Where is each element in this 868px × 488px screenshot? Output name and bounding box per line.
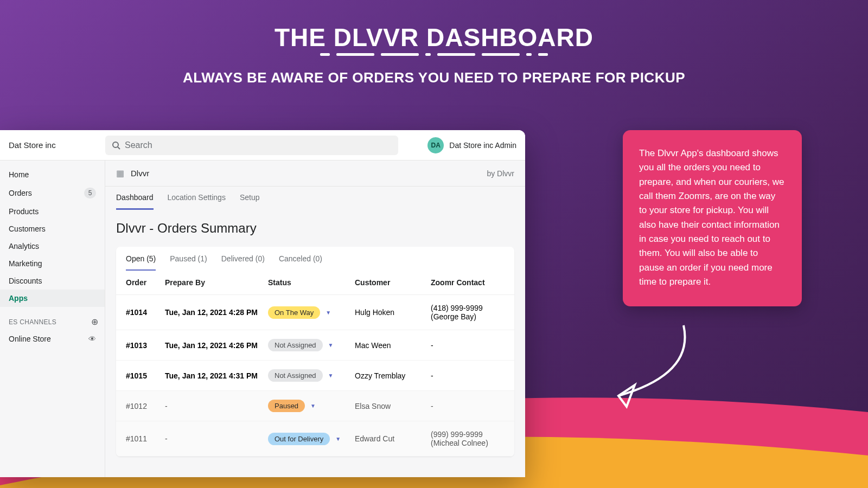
sidebar: HomeOrders5ProductsCustomersAnalyticsMar… <box>0 160 105 477</box>
cell-order: #1015 <box>126 371 165 380</box>
cell-prepare: Tue, Jan 12, 2021 4:31 PM <box>165 371 268 380</box>
cell-customer: Hulg Hoken <box>355 308 431 317</box>
sidebar-item-discounts[interactable]: Discounts <box>0 272 105 290</box>
status-tab-paused[interactable]: Paused (1) <box>170 254 207 271</box>
callout-text: The Dlvvr App's dashboard shows you all … <box>639 148 784 287</box>
table-row[interactable]: #1015Tue, Jan 12, 2021 4:31 PMNot Assign… <box>116 361 514 391</box>
decorative-dashes <box>320 53 548 56</box>
table-row[interactable]: #1012-Paused▼Elsa Snow- <box>116 391 514 421</box>
app-name: Dlvvr <box>131 169 149 178</box>
sidebar-item-orders[interactable]: Orders5 <box>0 183 105 203</box>
status-tabs: Open (5)Paused (1)Delivered (0)Canceled … <box>116 247 514 271</box>
topbar: Dat Store inc Search DA Dat Store inc Ad… <box>0 130 525 160</box>
sidebar-item-products[interactable]: Products <box>0 203 105 220</box>
store-name: Dat Store inc <box>9 140 105 150</box>
orders-card: Open (5)Paused (1)Delivered (0)Canceled … <box>116 247 514 457</box>
table-header: Order Prepare By Status Customer Zoomr C… <box>116 271 514 295</box>
content-area: ▦ Dlvvr by Dlvvr DashboardLocation Setti… <box>105 160 525 477</box>
sidebar-section-channels: ES CHANNELS ⊕ <box>0 307 105 330</box>
orders-table: Order Prepare By Status Customer Zoomr C… <box>116 271 514 457</box>
cell-prepare: - <box>165 402 268 410</box>
cell-status: Out for Delivery▼ <box>268 433 355 445</box>
search-input[interactable]: Search <box>105 136 398 155</box>
nav-label: Customers <box>9 224 46 233</box>
cell-prepare: Tue, Jan 12, 2021 4:26 PM <box>165 341 268 350</box>
tab-location-settings[interactable]: Location Settings <box>168 193 226 210</box>
nav-label: Products <box>9 207 39 216</box>
user-menu[interactable]: DA Dat Store inc Admin <box>427 137 516 153</box>
chevron-down-icon[interactable]: ▼ <box>328 342 334 348</box>
chevron-down-icon[interactable]: ▼ <box>328 373 334 378</box>
status-badge: Out for Delivery <box>268 433 330 445</box>
cell-order: #1013 <box>126 341 165 350</box>
cell-customer: Edward Cut <box>355 434 431 443</box>
eye-icon[interactable]: 👁 <box>88 335 96 343</box>
tab-dashboard[interactable]: Dashboard <box>116 193 154 210</box>
nav-label: Discounts <box>9 277 42 285</box>
app-icon: ▦ <box>116 168 124 178</box>
col-customer: Customer <box>355 278 431 287</box>
hero-subtitle: ALWAYS BE AWARE OF ORDERS YOU NEED TO PR… <box>0 69 868 86</box>
page-title: Dlvvr - Orders Summary <box>105 210 525 242</box>
app-tabs: DashboardLocation SettingsSetup <box>105 187 525 210</box>
cell-status: Not Assigned▼ <box>268 369 355 382</box>
cell-order: #1014 <box>126 308 165 317</box>
chevron-down-icon[interactable]: ▼ <box>326 310 331 316</box>
cell-prepare: Tue, Jan 12, 2021 4:28 PM <box>165 308 268 317</box>
cell-order: #1011 <box>126 434 165 443</box>
cell-zoomr: - <box>431 341 505 350</box>
cell-status: Not Assigned▼ <box>268 339 355 351</box>
cell-zoomr: (999) 999-9999 (Micheal Colnee) <box>431 430 505 447</box>
table-row[interactable]: #1011-Out for Delivery▼Edward Cut(999) 9… <box>116 421 514 457</box>
app-byline: by Dlvvr <box>487 169 514 178</box>
cell-zoomr: - <box>431 402 505 410</box>
cell-customer: Ozzy Tremblay <box>355 371 431 380</box>
cell-status: Paused▼ <box>268 400 355 412</box>
status-badge: Not Assigned <box>268 369 323 382</box>
sidebar-item-home[interactable]: Home <box>0 166 105 183</box>
app-header: ▦ Dlvvr by Dlvvr <box>105 160 525 187</box>
cell-zoomr: (418) 999-9999 (George Bay) <box>431 304 505 321</box>
sidebar-item-marketing[interactable]: Marketing <box>0 255 105 272</box>
status-badge: On The Way <box>268 306 320 319</box>
col-zoomr: Zoomr Contact <box>431 278 505 287</box>
arrow-annotation <box>597 320 705 418</box>
col-order: Order <box>126 278 165 287</box>
cell-status: On The Way▼ <box>268 306 355 319</box>
status-badge: Not Assigned <box>268 339 323 351</box>
status-tab-delivered[interactable]: Delivered (0) <box>221 254 265 271</box>
online-store-label: Online Store <box>9 335 51 343</box>
status-badge: Paused <box>268 400 305 412</box>
hero-title: THE DLVVR DASHBOARD <box>0 23 868 52</box>
user-name: Dat Store inc Admin <box>449 141 516 150</box>
nav-badge: 5 <box>84 188 96 198</box>
chevron-down-icon[interactable]: ▼ <box>335 436 341 442</box>
cell-customer: Elsa Snow <box>355 402 431 410</box>
nav-label: Apps <box>9 294 28 303</box>
sidebar-item-analytics[interactable]: Analytics <box>0 237 105 255</box>
nav-label: Home <box>9 170 29 179</box>
search-icon <box>112 141 120 150</box>
cell-prepare: - <box>165 434 268 443</box>
add-channel-icon[interactable]: ⊕ <box>91 317 98 327</box>
avatar: DA <box>427 137 444 153</box>
table-row[interactable]: #1014Tue, Jan 12, 2021 4:28 PMOn The Way… <box>116 295 514 330</box>
status-tab-open[interactable]: Open (5) <box>126 254 156 271</box>
nav-label: Marketing <box>9 259 42 268</box>
search-placeholder: Search <box>125 140 152 150</box>
callout-box: The Dlvvr App's dashboard shows you all … <box>623 130 802 306</box>
sidebar-item-customers[interactable]: Customers <box>0 220 105 237</box>
svg-point-0 <box>113 142 118 147</box>
sidebar-item-online-store[interactable]: Online Store 👁 <box>0 330 105 348</box>
admin-window: Dat Store inc Search DA Dat Store inc Ad… <box>0 130 525 477</box>
status-tab-canceled[interactable]: Canceled (0) <box>279 254 322 271</box>
cell-zoomr: - <box>431 371 505 380</box>
nav-label: Analytics <box>9 242 39 251</box>
section-label: ES CHANNELS <box>9 318 56 326</box>
table-row[interactable]: #1013Tue, Jan 12, 2021 4:26 PMNot Assign… <box>116 330 514 361</box>
chevron-down-icon[interactable]: ▼ <box>310 403 316 409</box>
col-prepare: Prepare By <box>165 278 268 287</box>
tab-setup[interactable]: Setup <box>240 193 260 210</box>
col-status: Status <box>268 278 355 287</box>
sidebar-item-apps[interactable]: Apps <box>0 290 105 307</box>
